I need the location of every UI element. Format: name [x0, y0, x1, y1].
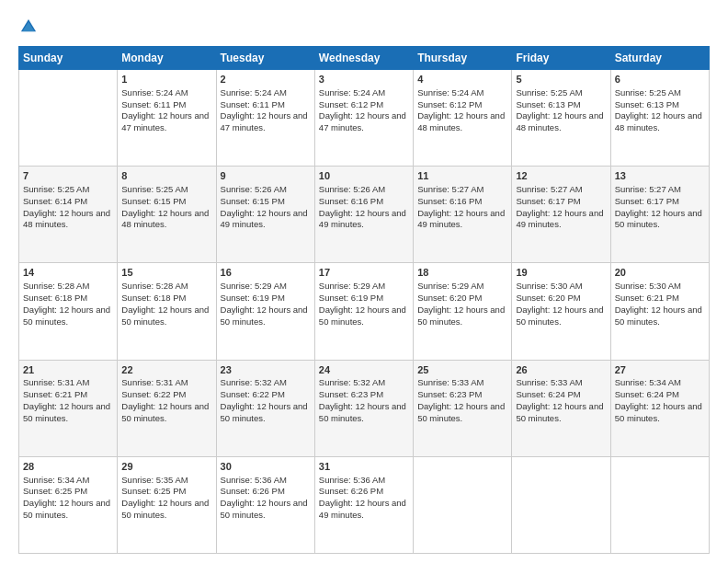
sunset-text: Sunset: 6:18 PM: [23, 293, 87, 303]
calendar-cell: 18Sunrise: 5:29 AMSunset: 6:20 PMDayligh…: [414, 263, 512, 360]
sunset-text: Sunset: 6:15 PM: [221, 196, 285, 206]
sunset-text: Sunset: 6:22 PM: [221, 389, 285, 399]
sunset-text: Sunset: 6:24 PM: [516, 389, 580, 399]
sunset-text: Sunset: 6:13 PM: [615, 99, 679, 109]
daylight-text: Daylight: 12 hours and 50 minutes.: [221, 498, 308, 520]
header: [18, 17, 710, 37]
sunrise-text: Sunrise: 5:25 AM: [615, 87, 681, 98]
calendar-cell: 22Sunrise: 5:31 AMSunset: 6:22 PMDayligh…: [118, 360, 216, 456]
sunset-text: Sunset: 6:21 PM: [23, 389, 87, 399]
daylight-text: Daylight: 12 hours and 48 minutes.: [121, 208, 209, 230]
day-number: 18: [417, 266, 507, 280]
sunrise-text: Sunrise: 5:34 AM: [23, 475, 89, 485]
sunrise-text: Sunrise: 5:32 AM: [319, 377, 385, 387]
day-number: 2: [221, 73, 311, 86]
sunset-text: Sunset: 6:13 PM: [516, 99, 580, 109]
daylight-text: Daylight: 12 hours and 49 minutes.: [319, 208, 406, 230]
daylight-text: Daylight: 12 hours and 49 minutes.: [516, 208, 603, 230]
sunset-text: Sunset: 6:11 PM: [221, 99, 285, 109]
daylight-text: Daylight: 12 hours and 50 minutes.: [615, 208, 702, 230]
daylight-text: Daylight: 12 hours and 50 minutes.: [23, 304, 110, 327]
calendar-cell: 14Sunrise: 5:28 AMSunset: 6:18 PMDayligh…: [19, 263, 118, 360]
day-header-sunday: Sunday: [19, 47, 118, 70]
daylight-text: Daylight: 12 hours and 50 minutes.: [221, 401, 308, 423]
calendar-cell: 23Sunrise: 5:32 AMSunset: 6:22 PMDayligh…: [216, 360, 314, 456]
calendar-cell: 1Sunrise: 5:24 AMSunset: 6:11 PMDaylight…: [118, 70, 216, 167]
day-header-friday: Friday: [512, 47, 610, 70]
sunrise-text: Sunrise: 5:28 AM: [23, 281, 89, 291]
sunset-text: Sunset: 6:12 PM: [417, 99, 482, 109]
sunset-text: Sunset: 6:26 PM: [221, 486, 285, 496]
calendar-cell: 31Sunrise: 5:36 AMSunset: 6:26 PMDayligh…: [314, 456, 413, 553]
sunset-text: Sunset: 6:23 PM: [319, 389, 383, 399]
daylight-text: Daylight: 12 hours and 47 minutes.: [121, 110, 209, 132]
calendar-cell: 3Sunrise: 5:24 AMSunset: 6:12 PMDaylight…: [314, 70, 413, 167]
calendar-table: SundayMondayTuesdayWednesdayThursdayFrid…: [18, 46, 710, 554]
sunrise-text: Sunrise: 5:29 AM: [221, 281, 287, 291]
calendar-cell: 26Sunrise: 5:33 AMSunset: 6:24 PMDayligh…: [512, 360, 610, 456]
sunrise-text: Sunrise: 5:27 AM: [516, 184, 582, 194]
calendar-cell: 25Sunrise: 5:33 AMSunset: 6:23 PMDayligh…: [414, 360, 512, 456]
calendar-cell: 5Sunrise: 5:25 AMSunset: 6:13 PMDaylight…: [512, 70, 610, 167]
day-number: 4: [417, 73, 507, 86]
daylight-text: Daylight: 12 hours and 47 minutes.: [221, 110, 308, 132]
daylight-text: Daylight: 12 hours and 50 minutes.: [121, 498, 209, 520]
sunset-text: Sunset: 6:20 PM: [516, 293, 580, 303]
sunset-text: Sunset: 6:19 PM: [319, 293, 383, 303]
daylight-text: Daylight: 12 hours and 50 minutes.: [516, 304, 603, 327]
calendar-cell: 30Sunrise: 5:36 AMSunset: 6:26 PMDayligh…: [216, 456, 314, 553]
sunrise-text: Sunrise: 5:25 AM: [121, 184, 188, 194]
sunset-text: Sunset: 6:20 PM: [417, 293, 482, 303]
calendar-cell: 13Sunrise: 5:27 AMSunset: 6:17 PMDayligh…: [610, 167, 709, 263]
logo-icon: [18, 17, 39, 37]
day-number: 31: [319, 460, 409, 474]
sunrise-text: Sunrise: 5:27 AM: [615, 184, 681, 194]
daylight-text: Daylight: 12 hours and 48 minutes.: [615, 110, 702, 132]
sunset-text: Sunset: 6:18 PM: [121, 293, 186, 303]
sunrise-text: Sunrise: 5:29 AM: [319, 281, 385, 291]
sunrise-text: Sunrise: 5:26 AM: [221, 184, 287, 194]
calendar-cell: 2Sunrise: 5:24 AMSunset: 6:11 PMDaylight…: [216, 70, 314, 167]
day-number: 29: [121, 460, 211, 474]
sunset-text: Sunset: 6:19 PM: [221, 293, 285, 303]
calendar-cell: 9Sunrise: 5:26 AMSunset: 6:15 PMDaylight…: [216, 167, 314, 263]
day-number: 28: [23, 460, 113, 474]
day-number: 1: [121, 73, 211, 86]
sunrise-text: Sunrise: 5:24 AM: [319, 87, 385, 98]
day-number: 24: [319, 363, 409, 377]
sunrise-text: Sunrise: 5:24 AM: [121, 87, 188, 98]
daylight-text: Daylight: 12 hours and 48 minutes.: [516, 110, 603, 132]
day-number: 3: [319, 73, 409, 86]
calendar-week-5: 28Sunrise: 5:34 AMSunset: 6:25 PMDayligh…: [19, 456, 710, 553]
daylight-text: Daylight: 12 hours and 50 minutes.: [221, 304, 308, 327]
day-number: 26: [516, 363, 606, 377]
day-number: 6: [615, 73, 705, 86]
day-number: 17: [319, 266, 409, 280]
calendar-header-row: SundayMondayTuesdayWednesdayThursdayFrid…: [19, 47, 710, 70]
day-number: 10: [319, 169, 409, 183]
sunset-text: Sunset: 6:16 PM: [319, 196, 383, 206]
day-number: 5: [516, 73, 606, 86]
daylight-text: Daylight: 12 hours and 50 minutes.: [23, 498, 110, 520]
sunset-text: Sunset: 6:15 PM: [121, 196, 186, 206]
daylight-text: Daylight: 12 hours and 49 minutes.: [319, 498, 406, 520]
day-number: 14: [23, 266, 113, 280]
day-number: 21: [23, 363, 113, 377]
daylight-text: Daylight: 12 hours and 48 minutes.: [23, 208, 110, 230]
sunrise-text: Sunrise: 5:25 AM: [516, 87, 582, 98]
day-header-saturday: Saturday: [610, 47, 709, 70]
sunset-text: Sunset: 6:21 PM: [615, 293, 679, 303]
sunrise-text: Sunrise: 5:34 AM: [615, 377, 681, 387]
sunrise-text: Sunrise: 5:35 AM: [121, 475, 188, 485]
day-number: 25: [417, 363, 507, 377]
daylight-text: Daylight: 12 hours and 50 minutes.: [615, 304, 702, 327]
day-number: 27: [615, 363, 705, 377]
day-header-wednesday: Wednesday: [314, 47, 413, 70]
sunset-text: Sunset: 6:25 PM: [121, 486, 186, 496]
daylight-text: Daylight: 12 hours and 49 minutes.: [417, 208, 505, 230]
sunrise-text: Sunrise: 5:33 AM: [417, 377, 483, 387]
day-number: 22: [121, 363, 211, 377]
day-number: 11: [417, 169, 507, 183]
page: SundayMondayTuesdayWednesdayThursdayFrid…: [0, 0, 728, 563]
sunrise-text: Sunrise: 5:30 AM: [615, 281, 681, 291]
